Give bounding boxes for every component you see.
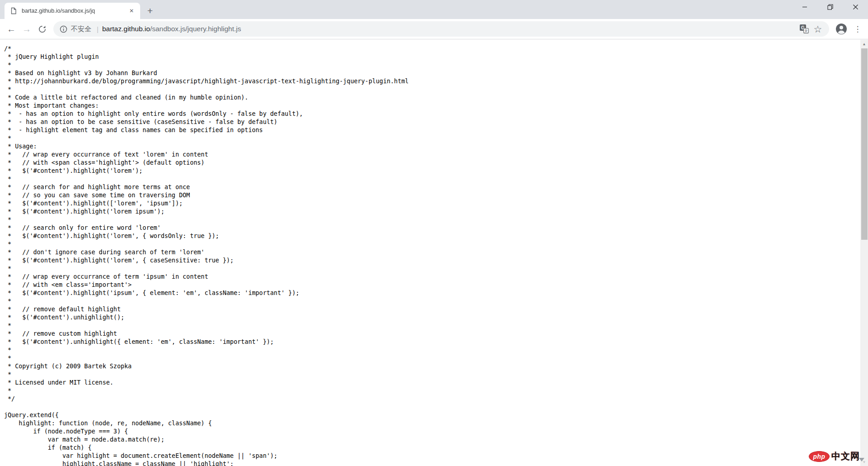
profile-button[interactable] <box>834 21 849 37</box>
browser-toolbar: ← → 不安全 | bartaz.github.io/sandbox.js/jq… <box>0 19 868 39</box>
scrollbar-thumb[interactable] <box>861 48 868 240</box>
translate-button[interactable]: G 文 <box>797 22 811 36</box>
close-window-icon <box>853 4 859 10</box>
back-button[interactable]: ← <box>4 21 19 37</box>
restore-button[interactable] <box>817 0 843 14</box>
source-code: /* * jQuery Highlight plugin * * Based o… <box>0 39 868 466</box>
info-icon[interactable] <box>60 25 67 33</box>
document-favicon-icon <box>10 7 17 14</box>
tab-title: bartaz.github.io/sandbox.js/jq <box>22 8 125 14</box>
url-domain: bartaz.github.io <box>102 25 150 33</box>
address-bar[interactable]: 不安全 | bartaz.github.io/sandbox.js/jquery… <box>53 21 829 37</box>
tab-strip: bartaz.github.io/sandbox.js/jq ✕ + <box>0 0 868 19</box>
restore-icon <box>827 4 833 10</box>
url-path: /sandbox.js/jquery.highlight.js <box>150 25 241 33</box>
minimize-icon <box>802 4 807 10</box>
close-window-button[interactable] <box>843 0 868 14</box>
watermark-triangle-icon <box>859 458 864 461</box>
browser-tab[interactable]: bartaz.github.io/sandbox.js/jq ✕ <box>5 3 140 19</box>
avatar-icon <box>835 23 847 35</box>
star-icon: ☆ <box>814 24 822 34</box>
vertical-scrollbar[interactable]: ▲ ▼ <box>860 40 868 466</box>
bookmark-button[interactable]: ☆ <box>811 22 825 36</box>
forward-button: → <box>19 21 34 37</box>
reload-button[interactable] <box>34 21 50 37</box>
page-content: /* * jQuery Highlight plugin * * Based o… <box>0 39 868 466</box>
php-cn-watermark: php 中文网 <box>809 450 864 462</box>
omnibox-separator: | <box>97 25 99 33</box>
url-text[interactable]: bartaz.github.io/sandbox.js/jquery.highl… <box>102 25 241 33</box>
php-logo-text: 中文网 <box>831 450 860 462</box>
browser-menu-button[interactable]: ⋮ <box>851 21 864 37</box>
window-controls <box>792 0 868 14</box>
tab-close-icon[interactable]: ✕ <box>127 7 136 15</box>
reload-icon <box>38 25 47 33</box>
security-label[interactable]: 不安全 <box>71 25 91 33</box>
php-logo-oval: php <box>809 451 830 462</box>
scroll-up-icon[interactable]: ▲ <box>860 40 868 48</box>
minimize-button[interactable] <box>792 0 817 14</box>
translate-wen-glyph: 文 <box>803 28 809 33</box>
translate-icon: G 文 <box>800 24 809 33</box>
new-tab-button[interactable]: + <box>144 4 156 17</box>
